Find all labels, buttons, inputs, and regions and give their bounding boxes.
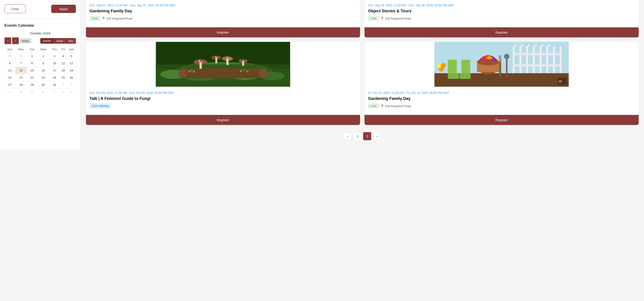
svg-point-21 — [202, 61, 202, 62]
event-location: 📍 136 Kingsland Road — [380, 104, 411, 108]
calendar-day-header: Mon — [15, 46, 27, 53]
calendar-day-header: Sat — [67, 46, 76, 53]
calendar-day-cell[interactable]: 6 — [4, 60, 15, 67]
event-card: m Fri, Oct 10, 2025, 11:00 AM - Fri, Oct… — [364, 42, 639, 125]
svg-text:m: m — [559, 79, 562, 84]
calendar-day-cell[interactable]: 8 — [60, 89, 67, 96]
event-card: Sun, Sep 28, 2023, 11:00 AM - Sun, Sep 2… — [364, 0, 639, 37]
apply-button[interactable]: Apply — [51, 5, 76, 13]
calendar-day-cell[interactable]: 4 — [60, 53, 67, 60]
calendar-day-cell[interactable]: 9 — [67, 89, 76, 96]
calendar-today-button[interactable]: today — [20, 38, 31, 44]
svg-rect-54 — [460, 73, 471, 79]
register-button[interactable]: Register — [364, 27, 639, 37]
calendar-day-cell[interactable]: 27 — [4, 81, 15, 89]
calendar-day-cell[interactable]: 3 — [4, 89, 15, 96]
svg-rect-36 — [520, 46, 522, 73]
svg-point-11 — [259, 68, 268, 78]
pagination-page-button[interactable]: 2 — [363, 132, 371, 140]
svg-point-20 — [199, 60, 200, 62]
pagination-prev-button[interactable]: ‹ — [344, 132, 352, 140]
calendar-day-cell[interactable]: 29 — [4, 53, 15, 60]
clear-button[interactable]: Clear — [4, 5, 26, 13]
calendar-day-cell[interactable]: 22 — [27, 74, 37, 81]
calendar-day-cell[interactable]: 4 — [15, 89, 27, 96]
svg-rect-41 — [553, 46, 555, 73]
calendar-month-year: October 2024 — [4, 31, 76, 35]
calendar-day-cell[interactable]: 3 — [50, 53, 60, 60]
svg-point-67 — [441, 63, 446, 68]
calendar-day-cell[interactable]: 29 — [27, 81, 37, 89]
calendar-day-cell[interactable]: 5 — [67, 53, 76, 60]
divider — [4, 19, 76, 19]
svg-point-61 — [484, 56, 488, 59]
svg-point-31 — [246, 70, 249, 73]
location-icon: 📍 — [380, 104, 384, 108]
event-date[interactable]: Sun, Oct 05, 2025, 11:00 AM - Sun, Oct 0… — [90, 91, 356, 95]
view-day-button[interactable]: day — [66, 38, 76, 44]
calendar-prev-button[interactable]: ‹ — [4, 37, 11, 44]
pagination-next-button[interactable]: › — [373, 132, 381, 140]
calendar-day-cell[interactable]: 7 — [15, 60, 27, 67]
view-week-button[interactable]: week — [54, 38, 66, 44]
calendar-day-cell[interactable]: 24 — [50, 74, 60, 81]
svg-point-60 — [492, 57, 496, 61]
calendar-day-cell[interactable]: 2 — [67, 81, 76, 89]
event-card: Sun, Oct 05, 2025, 11:00 AM - Sun, Oct 0… — [86, 42, 360, 125]
view-month-button[interactable]: month — [40, 38, 54, 44]
calendar-day-cell[interactable]: 10 — [50, 60, 60, 67]
event-date[interactable]: Sun, Sep 07, 2023, 11:00 AM - Sun, Sep 0… — [90, 4, 356, 7]
svg-rect-52 — [448, 73, 459, 79]
calendar-day-cell[interactable]: 20 — [4, 74, 15, 81]
event-title: Gardening Family Day — [368, 96, 635, 101]
tag-local: Local — [90, 16, 100, 21]
calendar-day-cell[interactable]: 30 — [37, 81, 50, 89]
svg-rect-42 — [560, 46, 562, 73]
register-button[interactable]: Register — [86, 27, 360, 37]
calendar-day-cell[interactable]: 26 — [67, 74, 76, 81]
event-date[interactable]: Fri, Oct 10, 2025, 11:00 AM - Fri, Oct 1… — [368, 91, 635, 95]
calendar-day-cell[interactable]: 30 — [15, 53, 27, 60]
calendar-day-cell[interactable]: 23 — [37, 74, 50, 81]
register-button[interactable]: Register — [364, 115, 639, 125]
event-tags: Local 📍 136 Kingsland Road — [368, 104, 635, 108]
calendar-day-cell[interactable]: 5 — [27, 89, 37, 96]
calendar-day-cell[interactable]: 31 — [50, 81, 60, 89]
calendar-day-cell[interactable]: 19 — [67, 67, 76, 74]
svg-rect-13 — [200, 62, 202, 69]
calendar-day-cell[interactable]: 11 — [60, 60, 67, 67]
calendar-day-cell[interactable]: 9 — [37, 60, 50, 67]
calendar-day-cell[interactable]: 1 — [27, 53, 37, 60]
calendar-day-header: Thu — [50, 46, 60, 53]
event-date[interactable]: Sun, Sep 28, 2023, 11:00 AM - Sun, Sep 2… — [368, 4, 635, 7]
calendar-day-cell[interactable]: 16 — [37, 67, 50, 74]
calendar-day-header: Fri — [60, 46, 67, 53]
calendar-day-cell[interactable]: 21 — [15, 74, 27, 81]
calendar-day-cell[interactable]: 17 — [50, 67, 60, 74]
calendar-day-cell[interactable]: 1 — [60, 81, 67, 89]
calendar-day-cell[interactable]: 28 — [15, 81, 27, 89]
svg-point-25 — [229, 58, 230, 59]
events-grid: Sun, Sep 07, 2023, 11:00 AM - Sun, Sep 0… — [86, 0, 639, 125]
calendar-day-cell[interactable]: 18 — [60, 67, 67, 74]
event-card: Sun, Sep 07, 2023, 11:00 AM - Sun, Sep 0… — [86, 0, 360, 37]
calendar-day-cell[interactable]: 6 — [37, 89, 50, 96]
svg-point-10 — [179, 68, 187, 78]
svg-point-29 — [240, 70, 242, 72]
calendar-day-cell[interactable]: 2 — [37, 53, 50, 60]
calendar-next-button[interactable]: › — [12, 37, 19, 44]
svg-rect-19 — [242, 61, 244, 66]
calendar-day-cell[interactable]: 7 — [50, 89, 60, 96]
register-button[interactable]: Register — [86, 115, 360, 125]
calendar-day-cell[interactable]: 15 — [27, 67, 37, 74]
svg-point-23 — [217, 57, 218, 58]
calendar-day-cell[interactable]: 25 — [60, 74, 67, 81]
calendar-day-cell[interactable]: 12 — [67, 60, 76, 67]
calendar-day-cell[interactable]: 8 — [27, 60, 37, 67]
calendar-day-cell[interactable]: 13 — [4, 67, 15, 74]
svg-rect-38 — [533, 46, 535, 73]
calendar-day-cell[interactable]: 14 — [15, 67, 27, 74]
pagination-page-button[interactable]: 1 — [353, 132, 362, 140]
sidebar: Clear Apply Events Calendar October 2024… — [0, 0, 80, 149]
svg-point-26 — [188, 70, 191, 73]
